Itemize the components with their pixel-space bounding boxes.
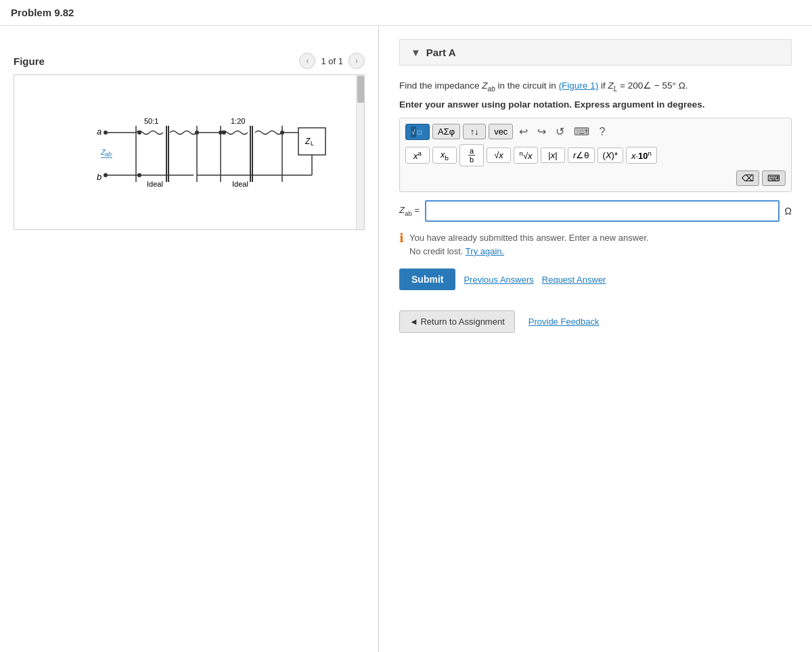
math-btn-polar[interactable]: r∠θ xyxy=(568,147,595,163)
toolbar-keyboard2[interactable]: ⌨ xyxy=(762,170,786,186)
svg-text:L: L xyxy=(311,140,314,147)
math-toolbar: √ □ ΑΣφ ↑↓ vec ↩ ↪ ↺ ⌨ ? xa xb ab xyxy=(399,118,792,192)
toolbar-help[interactable]: ? xyxy=(595,124,608,139)
toolbar-row3: ⌫ ⌨ xyxy=(405,170,786,186)
scrollbar[interactable] xyxy=(356,75,364,229)
return-to-assignment-button[interactable]: ◄ Return to Assignment xyxy=(399,310,515,333)
request-answer-button[interactable]: Request Answer xyxy=(542,275,606,285)
svg-point-3 xyxy=(104,173,108,177)
toolbar-redo[interactable]: ↪ xyxy=(534,124,549,139)
toolbar-btn-vec[interactable]: vec xyxy=(489,124,513,139)
figure-nav: ‹ 1 of 1 › xyxy=(299,53,365,69)
math-btn-xa[interactable]: xa xyxy=(405,147,430,164)
provide-feedback-link[interactable]: Provide Feedback xyxy=(528,317,600,327)
previous-answers-button[interactable]: Previous Answers xyxy=(464,275,533,285)
toolbar-backspace[interactable]: ⌫ xyxy=(736,170,759,186)
svg-point-7 xyxy=(137,131,141,135)
toolbar-btn-arrows[interactable]: ↑↓ xyxy=(463,124,486,139)
transformer1-ideal: Ideal xyxy=(147,180,163,188)
figure-title: Figure xyxy=(14,55,45,67)
math-btn-nthroot[interactable]: n√x xyxy=(514,147,538,164)
math-btn-conj[interactable]: (X)* xyxy=(597,147,623,163)
toolbar-keyboard[interactable]: ⌨ xyxy=(570,124,593,139)
math-btn-sci[interactable]: x·10n xyxy=(626,147,657,164)
zl-label: Z xyxy=(304,137,311,146)
svg-text:□: □ xyxy=(418,129,422,136)
warning-text: You have already submitted this answer. … xyxy=(409,231,649,258)
math-btn-abs[interactable]: |x| xyxy=(541,147,565,163)
part-a-label: Part A xyxy=(426,47,456,58)
toolbar-undo[interactable]: ↩ xyxy=(516,124,531,139)
part-a-header: ▼ Part A xyxy=(399,39,792,66)
math-btn-xb[interactable]: xb xyxy=(432,147,457,164)
answer-row: Zab = Ω xyxy=(399,200,792,222)
toolbar-row1: √ □ ΑΣφ ↑↓ vec ↩ ↪ ↺ ⌨ ? xyxy=(405,124,786,140)
bottom-actions: ◄ Return to Assignment Provide Feedback xyxy=(399,310,792,333)
math-btn-frac[interactable]: ab xyxy=(459,144,484,166)
answer-label: Zab = xyxy=(399,205,420,217)
warning-icon: ℹ xyxy=(399,232,404,244)
svg-text:ab: ab xyxy=(105,151,112,158)
left-panel: Figure ‹ 1 of 1 › a b xyxy=(0,26,379,652)
math-btn-sqrt[interactable]: √x xyxy=(487,147,511,163)
problem-title: Problem 9.82 xyxy=(11,7,74,18)
no-credit-text: No credit lost. xyxy=(409,246,466,256)
submit-button[interactable]: Submit xyxy=(399,269,455,290)
svg-point-20 xyxy=(222,131,226,135)
svg-point-8 xyxy=(137,173,141,177)
instruction-text: Enter your answer using polar notation. … xyxy=(399,99,792,110)
svg-text:√: √ xyxy=(411,129,415,136)
figure-section: Figure ‹ 1 of 1 › a b xyxy=(14,53,365,230)
warning-box: ℹ You have already submitted this answer… xyxy=(399,229,792,260)
figure-next-arrow[interactable]: › xyxy=(348,53,365,69)
toolbar-row2: xa xb ab √x n√x |x| r∠θ (X)* x·10n xyxy=(405,144,786,166)
circuit-diagram: a b Z ab xyxy=(14,75,359,210)
toolbar-btn-alpha[interactable]: ΑΣφ xyxy=(432,124,460,139)
collapse-arrow[interactable]: ▼ xyxy=(411,47,421,58)
transformer2-ideal: Ideal xyxy=(232,180,248,188)
action-row: Submit Previous Answers Request Answer xyxy=(399,269,792,290)
right-panel: ▼ Part A Find the impedance Zab in the c… xyxy=(379,26,812,652)
transformer2-ratio: 1:20 xyxy=(231,117,245,125)
top-header: Problem 9.82 xyxy=(0,0,812,26)
toolbar-refresh[interactable]: ↺ xyxy=(552,124,568,139)
answer-input[interactable] xyxy=(425,200,780,222)
node-a-label: a xyxy=(97,126,102,137)
svg-point-1 xyxy=(104,131,108,135)
try-again-link[interactable]: Try again. xyxy=(466,246,504,256)
problem-statement: Find the impedance Zab in the circuit in… xyxy=(399,79,792,94)
figure-link[interactable]: (Figure 1) xyxy=(559,80,599,91)
figure-container: a b Z ab xyxy=(14,74,365,230)
transformer1-ratio: 50:1 xyxy=(144,117,158,125)
figure-prev-arrow[interactable]: ‹ xyxy=(299,53,315,69)
node-b-label: b xyxy=(97,172,102,182)
toolbar-btn-sqrt[interactable]: √ □ xyxy=(405,124,430,140)
answer-unit: Ω xyxy=(785,206,792,216)
figure-page-info: 1 of 1 xyxy=(321,56,343,66)
scroll-thumb[interactable] xyxy=(357,76,364,103)
